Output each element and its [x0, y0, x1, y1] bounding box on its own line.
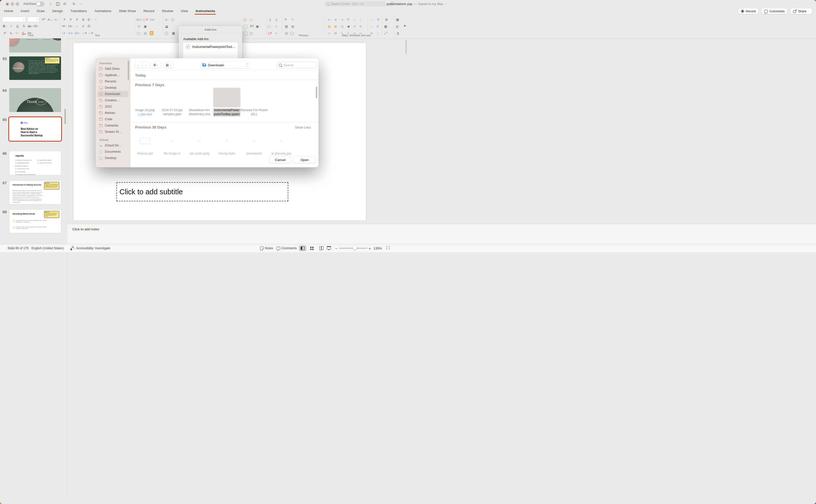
addin-checkbox[interactable] [186, 45, 190, 49]
file-item[interactable]: ppt audio.jpeg [186, 131, 213, 155]
ribbon-icon[interactable]: ⇈ [345, 17, 351, 22]
ribbon-tab[interactable]: Transitions [70, 8, 87, 15]
zoom-slider-knob[interactable] [353, 245, 357, 250]
file-item[interactable]: powerpoint [240, 131, 268, 155]
ribbon-icon[interactable]: ↺ [352, 23, 357, 29]
ribbon-icon[interactable]: ✎ [290, 17, 296, 22]
ribbon-icon[interactable]: ⊞ [384, 17, 389, 22]
ribbon-icon[interactable]: ▦ [384, 23, 389, 29]
zoom-in-button[interactable]: + [369, 246, 371, 250]
ribbon-icon[interactable]: ◪ [164, 23, 170, 29]
ribbon-icon[interactable]: ▧ [284, 23, 289, 29]
forward-button[interactable]: › [142, 62, 149, 68]
ribbon-icon[interactable]: ▢ [243, 17, 248, 22]
ribbon-tab[interactable]: Record [143, 8, 155, 15]
ribbon-tab[interactable]: Slide Show [118, 8, 137, 15]
ribbon-icon[interactable]: ↔ [368, 23, 374, 29]
ribbon-icon[interactable]: ↔ [352, 17, 357, 22]
ribbon-icon[interactable]: ▩ [171, 30, 176, 36]
subtitle-placeholder[interactable]: Click to add subtitle [116, 182, 288, 201]
normal-view-button[interactable] [299, 245, 306, 251]
ribbon-icon[interactable]: # [284, 17, 289, 22]
ribbon-icon[interactable]: ✗ [80, 23, 86, 29]
ribbon-icon[interactable]: ⚡ [93, 17, 99, 22]
ribbon-icon[interactable]: A [150, 31, 153, 35]
ribbon-icon[interactable]: ▯ [273, 17, 279, 22]
ribbon-icon[interactable]: ◯ [164, 30, 170, 36]
sidebar-scrollbar[interactable] [128, 61, 129, 80]
finder-search-input[interactable]: Search [277, 62, 317, 68]
slide-sorter-view-button[interactable] [308, 245, 316, 251]
canvas-scrollbar[interactable] [405, 40, 407, 54]
file-item[interactable]: Bluewillow+AI+ (Backlinks).xlsx [186, 88, 213, 116]
slide-thumbnail-62[interactable]: Hugo Awards 34 Languages Translated Nebu… [9, 38, 61, 52]
ribbon-tab[interactable]: Animations [94, 8, 112, 15]
sidebar-item[interactable]: Creative… [97, 97, 128, 103]
ribbon-icon[interactable]: A⌄ [47, 17, 53, 22]
ribbon-icon[interactable]: →← [368, 17, 375, 22]
sidebar-item[interactable]: iCloud Dri… [97, 142, 128, 148]
ribbon-icon[interactable]: ✓ [74, 23, 80, 29]
file-list-scrollbar[interactable] [316, 87, 317, 98]
ribbon-icon[interactable]: ▣ [290, 23, 296, 29]
autosave-toggle[interactable] [36, 2, 44, 6]
show-less-link[interactable]: Show Less [295, 125, 311, 129]
zoom-out-button[interactable]: − [335, 246, 337, 250]
ribbon-icon[interactable]: ◯ [243, 30, 248, 36]
ribbon-tab[interactable]: Design [52, 8, 63, 15]
file-item[interactable]: Meiosis Meiosis.ppt [131, 131, 159, 155]
file-item[interactable]: image (4).png 1,266×558 [131, 88, 159, 116]
ribbon-tab[interactable]: Insert [20, 8, 30, 15]
minimize-button[interactable] [11, 2, 14, 6]
ribbon-icon[interactable]: ▢ [249, 17, 255, 22]
ribbon-icon[interactable]: Ω [87, 23, 92, 29]
file-item[interactable]: InstrumentaPower pointToolbar.ppam [213, 88, 240, 116]
ribbon-icon[interactable]: ≣ [80, 17, 86, 22]
ribbon-icon[interactable]: ◇ [164, 17, 170, 22]
sidebar-item[interactable]: Screen St… [97, 129, 128, 135]
ribbon-icon[interactable]: ↻ [358, 23, 364, 29]
font-name-select[interactable] [2, 17, 26, 22]
ribbon-icon[interactable]: ⇊ [333, 17, 338, 22]
language-indicator[interactable]: English (United States) [32, 246, 64, 250]
ribbon-icon[interactable]: ▣ [333, 23, 338, 29]
ribbon-icon[interactable]: ▦ [395, 17, 400, 22]
ribbon-icon[interactable]: ◀ [345, 23, 351, 29]
sidebar-item[interactable]: Recents [97, 78, 128, 84]
sidebar-item[interactable]: Applicati… [97, 72, 128, 78]
ribbon-icon[interactable]: I [8, 23, 14, 29]
ribbon-tab[interactable]: Draw [36, 8, 45, 15]
accessibility-status[interactable]: Accessibility: Investigate [76, 246, 110, 250]
location-dropdown[interactable]: Downloads ⌃⌄ [200, 62, 250, 68]
ribbon-icon[interactable]: ▢ [171, 17, 176, 22]
ribbon-icon[interactable]: ⇤ [326, 17, 332, 22]
slide-thumbnail-65-selected[interactable]: Plus Best Advice on How to Start a Succe… [9, 117, 61, 141]
ribbon-icon[interactable]: ab [27, 23, 33, 29]
file-item[interactable]: ai glossary.jpg [268, 131, 295, 155]
ribbon-icon[interactable]: ◨ [395, 30, 400, 36]
ribbon-icon[interactable]: ⇅ [375, 17, 381, 22]
ribbon-tab[interactable]: Review [162, 8, 174, 15]
slideshow-button[interactable] [325, 245, 333, 251]
file-item[interactable]: Reviews For PlusAi (DL) [240, 88, 268, 116]
notes-pane[interactable]: Click to add notes [67, 224, 408, 244]
ribbon-tab[interactable]: Home [4, 8, 14, 15]
zoom-level[interactable]: 135% [373, 246, 382, 250]
ribbon-icon[interactable]: AV [34, 23, 39, 29]
presenter-coaching-icon[interactable] [389, 2, 394, 6]
ribbon-icon[interactable]: B [2, 23, 8, 29]
ribbon-icon[interactable]: 1≡ [68, 23, 74, 29]
ribbon-icon[interactable]: ∧ [273, 23, 279, 29]
sidebar-item[interactable]: themes [97, 110, 128, 116]
slide-thumbnail-63[interactable]: Conclusion The Ender's Game series stand… [9, 56, 61, 80]
sidebar-item[interactable]: Documents [97, 149, 128, 155]
ribbon-icon[interactable]: •≡ [61, 23, 67, 29]
list-view-button[interactable]: ▤⌄ [163, 62, 173, 68]
slide-thumbnail-64[interactable]: Thank you [9, 88, 61, 112]
ribbon-tab[interactable]: Instrumenta [195, 8, 215, 15]
close-button[interactable] [6, 2, 9, 6]
sidebar-item[interactable]: 2022 [97, 104, 128, 110]
ribbon-icon[interactable]: ◯ [243, 23, 248, 29]
ribbon-icon[interactable]: ▯ [267, 17, 273, 22]
zoom-window-button[interactable] [16, 2, 19, 6]
